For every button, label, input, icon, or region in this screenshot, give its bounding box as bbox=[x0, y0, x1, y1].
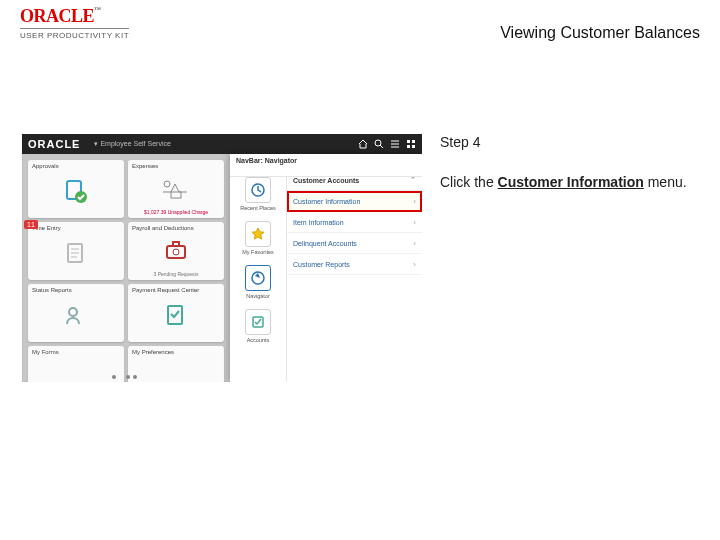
navbar-panel: NavBar: Navigator Recent Places My Favor… bbox=[230, 154, 422, 382]
menu-delinquent-accounts[interactable]: Delinquent Accounts› bbox=[287, 233, 422, 254]
tile-my-preferences[interactable]: My Preferences bbox=[128, 346, 224, 382]
nav-accounts[interactable]: Accounts bbox=[234, 306, 282, 346]
svg-point-12 bbox=[164, 181, 170, 187]
tile-my-forms[interactable]: My Forms bbox=[28, 346, 124, 382]
chevron-right-icon: › bbox=[413, 218, 416, 227]
notification-badge: 11 bbox=[24, 220, 38, 229]
grid-icon[interactable] bbox=[406, 139, 416, 149]
tile-payroll[interactable]: Payroll and Deductions 3 Pending Request… bbox=[128, 222, 224, 280]
app-topbar: ORACLE ▾ Employee Self Service bbox=[22, 134, 422, 154]
navbar-column: Recent Places My Favorites Navigator Acc… bbox=[230, 170, 287, 382]
nav-my-favorites[interactable]: My Favorites bbox=[234, 218, 282, 258]
tile-payment-request[interactable]: Payment Request Center bbox=[128, 284, 224, 342]
svg-rect-18 bbox=[173, 242, 179, 246]
nav-recent-places[interactable]: Recent Places bbox=[234, 174, 282, 214]
instruction-text: Click the Customer Information menu. bbox=[440, 174, 687, 190]
nav-navigator[interactable]: Navigator bbox=[234, 262, 282, 302]
menu-item-information[interactable]: Item Information› bbox=[287, 212, 422, 233]
page-title: Viewing Customer Balances bbox=[500, 24, 700, 42]
pager-dots bbox=[112, 375, 137, 379]
chevron-right-icon: › bbox=[413, 260, 416, 269]
search-icon[interactable] bbox=[374, 139, 384, 149]
svg-rect-11 bbox=[171, 192, 181, 198]
menu-customer-reports[interactable]: Customer Reports› bbox=[287, 254, 422, 275]
up-chevron-icon: ⌃ bbox=[410, 176, 416, 184]
menu-customer-information[interactable]: Customer Information› bbox=[287, 191, 422, 212]
oracle-logo: ORACLE™ bbox=[20, 6, 129, 27]
svg-rect-8 bbox=[412, 145, 415, 148]
step-label: Step 4 bbox=[440, 134, 687, 150]
chevron-right-icon: › bbox=[413, 239, 416, 248]
svg-point-19 bbox=[173, 249, 179, 255]
tile-approvals[interactable]: Approvals bbox=[28, 160, 124, 218]
menu-icon[interactable] bbox=[390, 139, 400, 149]
navbar-header: NavBar: Navigator bbox=[230, 154, 422, 177]
svg-line-1 bbox=[380, 145, 383, 148]
home-icon[interactable] bbox=[358, 139, 368, 149]
app-brand: ORACLE bbox=[28, 138, 80, 150]
tile-expenses[interactable]: Expenses $1,027.39 Unapplied Charge bbox=[128, 160, 224, 218]
navbar-list: Customer Accounts ⌃ Customer Information… bbox=[287, 170, 422, 382]
app-screenshot: ORACLE ▾ Employee Self Service Approvals… bbox=[22, 134, 422, 382]
tile-time-entry[interactable]: Time Entry bbox=[28, 222, 124, 280]
chevron-right-icon: › bbox=[413, 197, 416, 206]
breadcrumb: ▾ Employee Self Service bbox=[94, 140, 170, 148]
svg-rect-7 bbox=[407, 145, 410, 148]
product-suite-label: USER PRODUCTIVITY KIT bbox=[20, 28, 129, 40]
svg-rect-5 bbox=[407, 140, 410, 143]
tile-status-reports[interactable]: Status Reports bbox=[28, 284, 124, 342]
svg-point-20 bbox=[69, 308, 77, 316]
instruction-target: Customer Information bbox=[498, 174, 644, 190]
svg-rect-6 bbox=[412, 140, 415, 143]
